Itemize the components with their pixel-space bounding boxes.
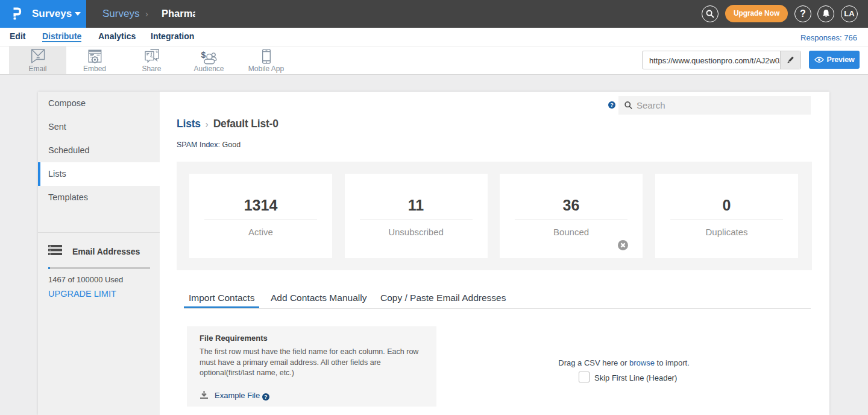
svg-text:$: $: [201, 50, 206, 60]
